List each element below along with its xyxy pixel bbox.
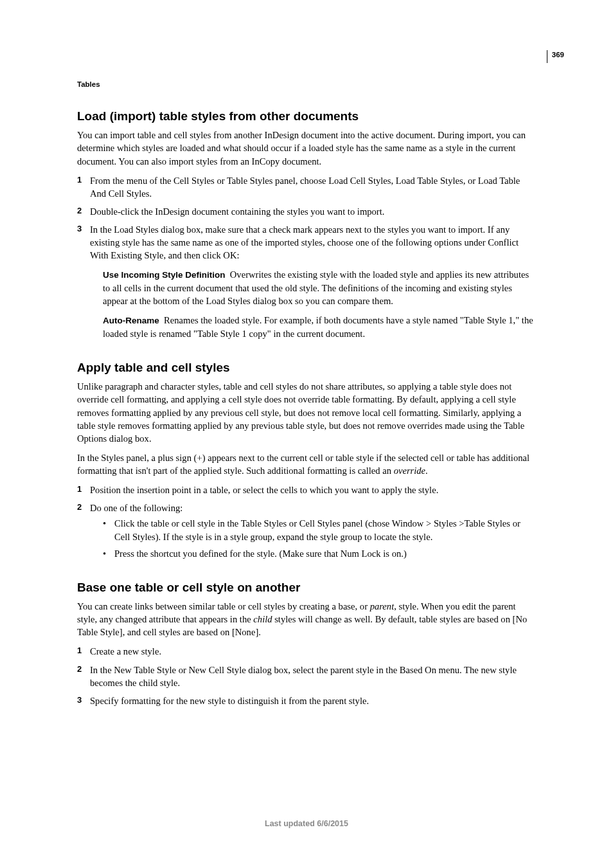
bullet-list: Click the table or cell style in the Tab… (90, 517, 536, 559)
definition-label: Use Incoming Style Definition (103, 270, 226, 280)
page-footer: Last updated 6/6/2015 (0, 818, 613, 829)
step-list: From the menu of the Cell Styles or Tabl… (77, 174, 536, 340)
section-heading: Apply table and cell styles (77, 359, 536, 376)
step-item: Specify formatting for the new style to … (77, 694, 536, 707)
step-item: Double-click the InDesign document conta… (77, 205, 536, 218)
section-heading: Load (import) table styles from other do… (77, 108, 536, 125)
text-run: In the Styles panel, a plus sign (+) app… (77, 453, 529, 476)
body-paragraph: Unlike paragraph and character styles, t… (77, 380, 536, 445)
step-item: Create a new style. (77, 645, 536, 658)
step-item: Position the insertion point in a table,… (77, 484, 536, 496)
definition-block: Use Incoming Style Definition Overwrites… (103, 268, 536, 340)
body-paragraph: You can create links between similar tab… (77, 600, 536, 638)
definition-body: Renames the loaded style. For example, i… (103, 315, 533, 339)
page-header: Tables (77, 77, 536, 90)
section-heading: Base one table or cell style on another (77, 579, 536, 596)
step-item: Do one of the following: Click the table… (77, 502, 536, 560)
section-load-import: Load (import) table styles from other do… (77, 108, 536, 340)
emphasis-term: parent (370, 601, 395, 611)
step-list: Create a new style. In the New Table Sty… (77, 645, 536, 707)
step-item: From the menu of the Cell Styles or Tabl… (77, 174, 536, 200)
step-text: In the Load Styles dialog box, make sure… (90, 224, 519, 260)
page-number-wrap: 369 (547, 50, 564, 63)
emphasis-term: override (394, 466, 425, 476)
step-item: In the New Table Style or New Cell Style… (77, 664, 536, 689)
body-paragraph: In the Styles panel, a plus sign (+) app… (77, 451, 536, 477)
step-item: In the Load Styles dialog box, make sure… (77, 223, 536, 340)
section-base-style: Base one table or cell style on another … (77, 579, 536, 707)
emphasis-term: child (253, 614, 272, 624)
section-apply-styles: Apply table and cell styles Unlike parag… (77, 359, 536, 560)
chapter-label: Tables (77, 80, 100, 88)
step-list: Position the insertion point in a table,… (77, 484, 536, 560)
bullet-item: Click the table or cell style in the Tab… (103, 517, 536, 543)
definition-label: Auto-Rename (103, 316, 159, 325)
definition-item: Use Incoming Style Definition Overwrites… (103, 268, 536, 307)
body-paragraph: You can import table and cell styles fro… (77, 129, 536, 167)
step-text: Do one of the following: (90, 503, 182, 513)
page-number: 369 (552, 51, 564, 59)
text-run: . (425, 466, 428, 476)
bullet-item: Press the shortcut you defined for the s… (103, 547, 536, 560)
text-run: You can create links between similar tab… (77, 601, 370, 611)
definition-item: Auto-Rename Renames the loaded style. Fo… (103, 314, 536, 340)
document-page: 369 Tables Load (import) table styles fr… (0, 0, 613, 868)
